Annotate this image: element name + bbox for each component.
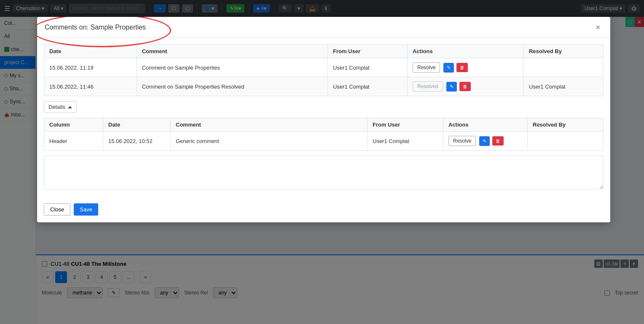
- date-cell: 15.06.2022, 11:19: [44, 58, 137, 77]
- resolve-button-1[interactable]: Resolve: [413, 62, 440, 73]
- details-comments-table: Column Date Comment From User Actions Re…: [44, 118, 604, 151]
- top-comments-table: Date Comment From User Actions Resolved …: [44, 44, 604, 96]
- details-label: Details: [48, 104, 65, 110]
- delete-button-1[interactable]: 🗑: [456, 63, 468, 72]
- detail-comment-cell: Generic comment: [171, 132, 368, 151]
- save-button[interactable]: Save: [74, 203, 98, 216]
- col-from-user: From User: [327, 45, 407, 58]
- actions-cell-2: Resolved ✎ 🗑: [407, 77, 523, 96]
- table-row: Header 15.06.2022, 10:52 Generic comment…: [44, 132, 604, 151]
- detail-resolved-by-cell: [528, 132, 604, 151]
- detail-col-comment: Comment: [171, 118, 368, 132]
- comment-textarea[interactable]: [44, 156, 604, 189]
- col-actions: Actions: [407, 45, 523, 58]
- delete-button-2[interactable]: 🗑: [459, 82, 471, 91]
- modal-body: Date Comment From User Actions Resolved …: [37, 38, 610, 203]
- modal-header: Comments on: Sample Properties ×: [37, 17, 610, 38]
- detail-edit-button[interactable]: ✎: [479, 136, 490, 146]
- modal-close-x-button[interactable]: ×: [593, 23, 603, 32]
- actions-cell: Resolve ✎ 🗑: [407, 58, 523, 77]
- comments-modal: Comments on: Sample Properties × Date Co…: [37, 17, 610, 222]
- detail-resolve-button[interactable]: Resolve: [448, 136, 476, 146]
- date-cell-2: 15.06.2022, 11:46: [44, 77, 137, 96]
- details-toggle-button[interactable]: Details: [44, 101, 77, 113]
- col-date: Date: [44, 45, 137, 58]
- edit-button-2[interactable]: ✎: [446, 82, 457, 92]
- resolved-by-cell: [523, 58, 603, 77]
- close-button[interactable]: Close: [44, 203, 70, 216]
- detail-date-cell: 15.06.2022, 10:52: [103, 132, 171, 151]
- detail-delete-button[interactable]: 🗑: [492, 136, 504, 146]
- from-user-cell-2: User1 Complat: [327, 77, 407, 96]
- detail-col-from-user: From User: [368, 118, 443, 132]
- modal-footer: Close Save: [37, 203, 610, 222]
- col-comment: Comment: [137, 45, 327, 58]
- table-row: 15.06.2022, 11:46 Comment on Sample Prop…: [44, 77, 604, 96]
- table-row: 15.06.2022, 11:19 Comment on Sample Prop…: [44, 58, 604, 77]
- detail-col-resolved-by: Resolved By: [528, 118, 604, 132]
- detail-col-actions: Actions: [443, 118, 528, 132]
- resolved-by-cell-2: User1 Complat: [523, 77, 603, 96]
- comment-cell-2: Comment on Sample Properties Resolved: [137, 77, 327, 96]
- edit-button-1[interactable]: ✎: [443, 63, 454, 73]
- detail-from-user-cell: User1 Complat: [368, 132, 443, 151]
- chevron-up-icon: [68, 106, 72, 108]
- detail-col-column: Column: [44, 118, 103, 132]
- col-resolved-by: Resolved By: [523, 45, 603, 58]
- from-user-cell: User1 Complat: [327, 58, 407, 77]
- detail-col-date: Date: [103, 118, 171, 132]
- comment-cell: Comment on Sample Properties: [137, 58, 327, 77]
- resolved-button-2: Resolved: [413, 81, 443, 92]
- detail-column-cell: Header: [44, 132, 103, 151]
- detail-actions-cell: Resolve ✎ 🗑: [443, 132, 528, 151]
- modal-title: Comments on: Sample Properties: [45, 24, 146, 31]
